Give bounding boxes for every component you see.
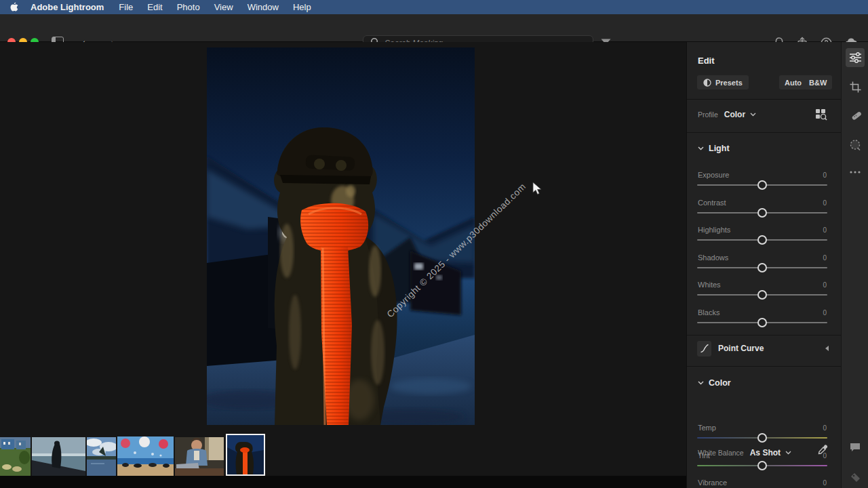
color-section-title: Color bbox=[709, 378, 731, 388]
slider-label: Exposure bbox=[698, 171, 729, 179]
highlights-slider-track[interactable] bbox=[697, 239, 827, 241]
light-section-header[interactable]: Light bbox=[698, 144, 730, 153]
slider-whites: Whites 0 bbox=[697, 281, 827, 306]
auto-button[interactable]: Auto bbox=[779, 75, 807, 89]
menu-help[interactable]: Help bbox=[293, 2, 311, 12]
profile-browser-icon[interactable] bbox=[815, 108, 827, 123]
filmstrip-thumb-statue-selected[interactable] bbox=[226, 434, 265, 476]
slider-value: 0 bbox=[823, 281, 827, 289]
blacks-slider-track[interactable] bbox=[697, 322, 827, 323]
app-title[interactable]: Adobe Lightroom bbox=[31, 2, 104, 12]
shadows-slider-thumb[interactable] bbox=[757, 263, 767, 272]
filmstrip-thumb-lake[interactable] bbox=[87, 437, 116, 476]
highlights-slider-thumb[interactable] bbox=[757, 235, 767, 245]
apple-menu-icon[interactable] bbox=[9, 2, 18, 12]
point-curve-row[interactable]: Point Curve bbox=[697, 339, 831, 358]
exposure-slider-thumb[interactable] bbox=[757, 180, 767, 190]
tint-slider-thumb[interactable] bbox=[757, 461, 767, 470]
slider-highlights: Highlights 0 bbox=[697, 226, 827, 251]
temp-slider-track[interactable] bbox=[697, 437, 827, 439]
comments-icon[interactable] bbox=[846, 438, 865, 457]
tool-strip: ûdemy bbox=[841, 42, 868, 488]
bw-button[interactable]: B&W bbox=[804, 75, 832, 89]
shadows-slider-track[interactable] bbox=[697, 267, 827, 268]
slider-blacks: Blacks 0 bbox=[697, 308, 827, 334]
slider-label: Vibrance bbox=[698, 479, 727, 487]
auto-label: Auto bbox=[785, 79, 802, 87]
slider-value: 0 bbox=[823, 479, 827, 487]
filmstrip-thumb-presenter[interactable] bbox=[175, 437, 224, 476]
filmstrip-thumb-beach-balloons[interactable] bbox=[117, 436, 174, 476]
learn-context-icon[interactable] bbox=[846, 468, 865, 487]
slider-contrast: Contrast 0 bbox=[697, 199, 827, 224]
slider-temp: Temp 0 bbox=[697, 424, 827, 449]
masking-icon[interactable] bbox=[846, 136, 865, 155]
point-curve-label: Point Curve bbox=[718, 344, 764, 353]
crop-rotate-icon[interactable] bbox=[846, 77, 865, 96]
slider-value: 0 bbox=[823, 424, 827, 432]
contrast-slider-thumb[interactable] bbox=[757, 208, 767, 218]
slider-label: Highlights bbox=[698, 226, 730, 234]
point-curve-icon bbox=[697, 341, 711, 357]
chevron-down-icon bbox=[698, 381, 704, 385]
main-photo[interactable] bbox=[207, 47, 475, 425]
profile-row: Profile Color bbox=[698, 110, 756, 119]
filmstrip-background bbox=[0, 476, 686, 488]
slider-value: 0 bbox=[823, 452, 827, 460]
menu-window[interactable]: Window bbox=[248, 2, 279, 12]
slider-vibrance: Vibrance 0 bbox=[697, 479, 827, 488]
presets-button[interactable]: Presets bbox=[697, 75, 749, 89]
slider-value: 0 bbox=[823, 199, 827, 207]
panel-title: Edit bbox=[698, 56, 715, 66]
slider-label: Whites bbox=[698, 281, 721, 289]
slider-exposure: Exposure 0 bbox=[697, 171, 827, 197]
photo-canvas: Copyright © 2025 - www.p30download.com bbox=[0, 42, 686, 488]
contrast-slider-track[interactable] bbox=[697, 212, 827, 214]
exposure-slider-track[interactable] bbox=[697, 184, 827, 186]
tint-slider-track[interactable] bbox=[697, 465, 827, 466]
light-section-title: Light bbox=[709, 144, 730, 153]
profile-value[interactable]: Color bbox=[724, 110, 745, 119]
slider-value: 0 bbox=[823, 309, 827, 317]
bw-label: B&W bbox=[809, 79, 827, 87]
slider-label: Temp bbox=[698, 424, 716, 432]
profile-label: Profile bbox=[698, 110, 718, 119]
edit-sliders-icon[interactable] bbox=[846, 48, 865, 67]
more-options-icon[interactable] bbox=[846, 163, 865, 182]
temp-slider-thumb[interactable] bbox=[757, 433, 767, 443]
presets-label: Presets bbox=[715, 79, 743, 87]
chevron-down-icon bbox=[698, 146, 704, 150]
slider-label: Tint bbox=[698, 451, 710, 460]
slider-value: 0 bbox=[823, 254, 827, 262]
blacks-slider-thumb[interactable] bbox=[757, 318, 767, 327]
chevron-down-icon[interactable] bbox=[750, 113, 756, 117]
color-section-header[interactable]: Color bbox=[698, 378, 731, 388]
window-title-bar: ← → Search Masking bbox=[0, 14, 868, 42]
filmstrip-thumb-seabird[interactable] bbox=[32, 437, 85, 476]
menu-view[interactable]: View bbox=[214, 2, 233, 12]
menu-file[interactable]: File bbox=[119, 2, 133, 12]
slider-label: Contrast bbox=[698, 199, 726, 207]
whites-slider-thumb[interactable] bbox=[757, 290, 767, 300]
menu-photo[interactable]: Photo bbox=[177, 2, 200, 12]
slider-tint: Tint 0 bbox=[697, 451, 827, 477]
mouse-cursor bbox=[532, 182, 542, 198]
lightroom-window: Adobe Lightroom File Edit Photo View Win… bbox=[0, 0, 868, 488]
edit-panel: Edit Presets Auto B&W Profile Color bbox=[686, 42, 841, 488]
healing-icon[interactable] bbox=[846, 107, 865, 126]
slider-shadows: Shadows 0 bbox=[697, 253, 827, 279]
slider-label: Blacks bbox=[698, 308, 719, 317]
slider-value: 0 bbox=[823, 226, 827, 234]
slider-label: Shadows bbox=[698, 253, 728, 262]
macos-menu-bar: Adobe Lightroom File Edit Photo View Win… bbox=[0, 0, 868, 14]
whites-slider-track[interactable] bbox=[697, 294, 827, 296]
presets-icon bbox=[703, 79, 711, 87]
filmstrip-thumb-garden[interactable] bbox=[0, 437, 31, 476]
menu-edit[interactable]: Edit bbox=[147, 2, 162, 12]
collapse-left-icon[interactable] bbox=[825, 346, 829, 351]
slider-value: 0 bbox=[823, 171, 827, 179]
